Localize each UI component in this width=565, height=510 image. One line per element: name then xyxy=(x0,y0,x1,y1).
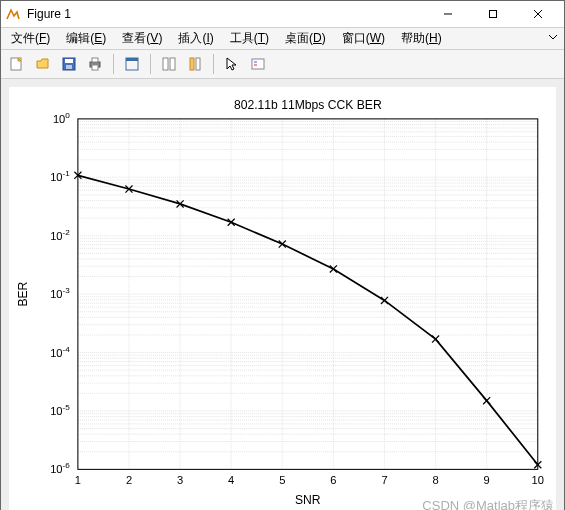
plot-area: 10-610-510-410-310-210-11001234567891080… xyxy=(1,79,564,510)
svg-text:9: 9 xyxy=(484,474,490,486)
menu-window[interactable]: 窗口(W) xyxy=(336,28,391,49)
svg-rect-7 xyxy=(65,59,73,63)
svg-rect-15 xyxy=(170,58,175,70)
link-button[interactable] xyxy=(157,52,181,76)
edit-plot-button[interactable] xyxy=(120,52,144,76)
svg-text:8: 8 xyxy=(432,474,438,486)
svg-text:3: 3 xyxy=(177,474,183,486)
menu-desktop[interactable]: 桌面(D) xyxy=(279,28,332,49)
svg-text:5: 5 xyxy=(279,474,285,486)
toolbar xyxy=(1,50,564,79)
svg-rect-18 xyxy=(252,59,264,69)
svg-text:10-6: 10-6 xyxy=(50,461,70,475)
window-controls xyxy=(425,1,560,27)
svg-text:1: 1 xyxy=(75,474,81,486)
svg-text:6: 6 xyxy=(330,474,336,486)
print-button[interactable] xyxy=(83,52,107,76)
close-button[interactable] xyxy=(515,1,560,27)
svg-rect-8 xyxy=(66,65,72,69)
window-title: Figure 1 xyxy=(27,7,425,21)
svg-text:10-4: 10-4 xyxy=(50,345,70,359)
figure-window: Figure 1 文件(F) 编辑(E) 查看(V) 插入(I) 工具(T) 桌… xyxy=(0,0,565,510)
toolbar-separator xyxy=(213,54,214,74)
menu-tools[interactable]: 工具(T) xyxy=(224,28,275,49)
svg-rect-11 xyxy=(92,65,98,70)
svg-rect-1 xyxy=(489,11,496,18)
menu-view[interactable]: 查看(V) xyxy=(116,28,168,49)
new-figure-button[interactable] xyxy=(5,52,29,76)
minimize-button[interactable] xyxy=(425,1,470,27)
svg-text:BER: BER xyxy=(16,281,30,306)
svg-text:10-5: 10-5 xyxy=(50,403,70,417)
toolbar-separator xyxy=(113,54,114,74)
svg-text:100: 100 xyxy=(53,111,70,125)
svg-rect-10 xyxy=(92,58,98,62)
menu-bar: 文件(F) 编辑(E) 查看(V) 插入(I) 工具(T) 桌面(D) 窗口(W… xyxy=(1,28,564,50)
svg-text:802.11b 11Mbps CCK BER: 802.11b 11Mbps CCK BER xyxy=(234,98,382,112)
pointer-button[interactable] xyxy=(220,52,244,76)
open-button[interactable] xyxy=(31,52,55,76)
svg-text:10: 10 xyxy=(532,474,544,486)
insert-legend-button[interactable] xyxy=(246,52,270,76)
menu-edit[interactable]: 编辑(E) xyxy=(60,28,112,49)
matlab-figure-icon xyxy=(5,6,21,22)
svg-rect-17 xyxy=(196,58,200,70)
svg-text:10-3: 10-3 xyxy=(50,286,70,300)
svg-text:4: 4 xyxy=(228,474,234,486)
save-button[interactable] xyxy=(57,52,81,76)
maximize-button[interactable] xyxy=(470,1,515,27)
svg-text:2: 2 xyxy=(126,474,132,486)
menu-insert[interactable]: 插入(I) xyxy=(172,28,219,49)
chart: 10-610-510-410-310-210-11001234567891080… xyxy=(9,87,556,510)
toolbar-separator xyxy=(150,54,151,74)
menu-help[interactable]: 帮助(H) xyxy=(395,28,448,49)
title-bar[interactable]: Figure 1 xyxy=(1,1,564,28)
menu-overflow-icon[interactable] xyxy=(548,32,558,47)
svg-text:SNR: SNR xyxy=(295,493,321,507)
menu-file[interactable]: 文件(F) xyxy=(5,28,56,49)
axes-panel[interactable]: 10-610-510-410-310-210-11001234567891080… xyxy=(9,87,556,510)
insert-colorbar-button[interactable] xyxy=(183,52,207,76)
svg-text:10-1: 10-1 xyxy=(50,169,70,183)
svg-rect-13 xyxy=(126,58,138,61)
svg-text:10-2: 10-2 xyxy=(50,228,70,242)
svg-text:7: 7 xyxy=(381,474,387,486)
svg-rect-16 xyxy=(190,58,194,70)
svg-rect-14 xyxy=(163,58,168,70)
